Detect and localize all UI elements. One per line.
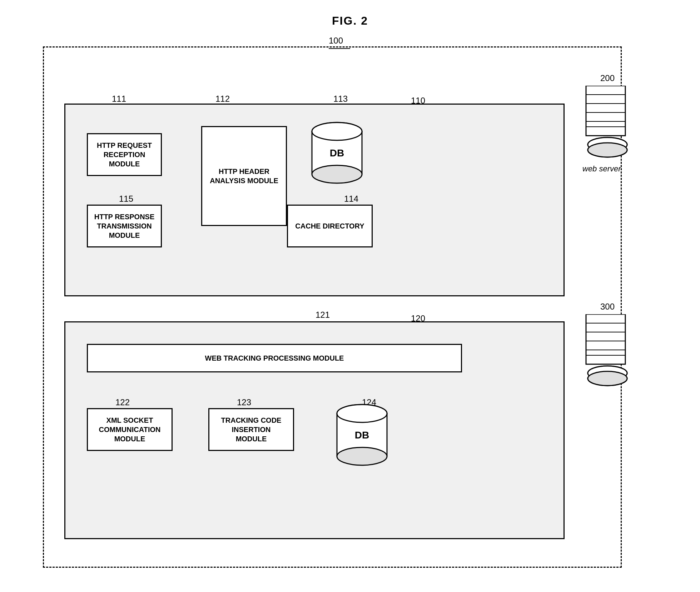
svg-point-42 (337, 405, 387, 422)
web-server-label: web server (582, 164, 621, 174)
label-112: 112 (215, 94, 230, 104)
db-cylinder-113: DB (308, 121, 366, 186)
module-121: WEB TRACKING PROCESSING MODULE (87, 344, 462, 372)
svg-text:DB: DB (330, 147, 344, 159)
svg-rect-26 (586, 86, 625, 136)
label-113: 113 (333, 94, 348, 104)
svg-point-24 (312, 122, 362, 140)
label-122: 122 (115, 397, 130, 407)
label-114: 114 (344, 194, 358, 204)
module-114: CACHE DIRECTORY (287, 205, 373, 247)
label-123: 123 (237, 397, 251, 407)
module-115: HTTP RESPONSE TRANSMISSION MODULE (87, 205, 162, 247)
box-110: 111 HTTP REQUEST RECEPTION MODULE 112 HT… (64, 104, 565, 296)
module-122: XML SOCKET COMMUNICATION MODULE (87, 408, 173, 451)
web-server-200: 200 web server (579, 86, 643, 166)
label-200: 200 (600, 73, 615, 83)
svg-point-23 (312, 165, 362, 183)
figure-title: FIG. 2 (332, 14, 368, 27)
server-300: 300 (579, 314, 643, 394)
box-120: 121 WEB TRACKING PROCESSING MODULE 122 X… (64, 321, 565, 539)
label-121: 121 (316, 310, 330, 320)
svg-point-41 (337, 447, 387, 465)
svg-text:DB: DB (355, 430, 369, 441)
label-111: 111 (112, 94, 126, 104)
label-100: 100 (329, 36, 343, 46)
module-112: HTTP HEADER ANALYSIS MODULE (201, 126, 287, 226)
label-115: 115 (119, 194, 133, 204)
svg-point-54 (588, 371, 627, 386)
svg-rect-44 (586, 314, 625, 364)
module-111: HTTP REQUEST RECEPTION MODULE (87, 133, 162, 176)
label-300: 300 (600, 302, 615, 312)
db-cylinder-124: DB (333, 403, 391, 468)
module-123: TRACKING CODE INSERTION MODULE (208, 408, 294, 451)
svg-point-36 (588, 143, 627, 157)
